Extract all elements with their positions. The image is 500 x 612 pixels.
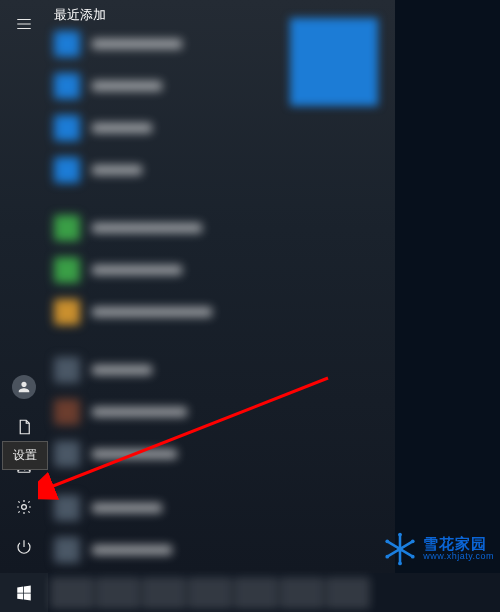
desktop-background: [395, 0, 500, 573]
tile-area-blurred: [290, 18, 378, 106]
start-menu-screenshot: 最近添加: [0, 0, 500, 612]
svg-point-13: [398, 546, 403, 551]
hamburger-button[interactable]: [0, 4, 48, 44]
start-menu-panel: 最近添加: [0, 0, 395, 573]
settings-tooltip: 设置: [2, 441, 48, 470]
svg-point-12: [411, 539, 415, 543]
taskbar: [0, 573, 500, 612]
watermark-url: www.xhjaty.com: [423, 552, 494, 562]
taskbar-apps-blurred: [50, 577, 370, 609]
settings-button[interactable]: [0, 487, 48, 527]
svg-point-10: [411, 555, 415, 559]
section-header-recently-added: 最近添加: [54, 6, 106, 24]
start-button[interactable]: [0, 573, 48, 612]
hamburger-icon: [15, 15, 33, 33]
power-button[interactable]: [0, 527, 48, 567]
watermark-name: 雪花家园: [423, 536, 494, 553]
windows-logo-icon: [15, 584, 33, 602]
app-list-blurred: [54, 26, 280, 574]
watermark: 雪花家园 www.xhjaty.com: [383, 532, 494, 566]
power-icon: [15, 538, 33, 556]
gear-icon: [15, 498, 33, 516]
svg-point-11: [386, 555, 390, 559]
user-account-button[interactable]: [0, 367, 48, 407]
user-icon: [12, 375, 36, 399]
svg-point-9: [386, 539, 390, 543]
start-left-rail: [0, 0, 48, 573]
snowflake-icon: [383, 532, 417, 566]
documents-icon: [15, 418, 33, 436]
svg-point-7: [398, 533, 402, 537]
svg-point-8: [398, 562, 402, 566]
svg-point-2: [22, 505, 27, 510]
